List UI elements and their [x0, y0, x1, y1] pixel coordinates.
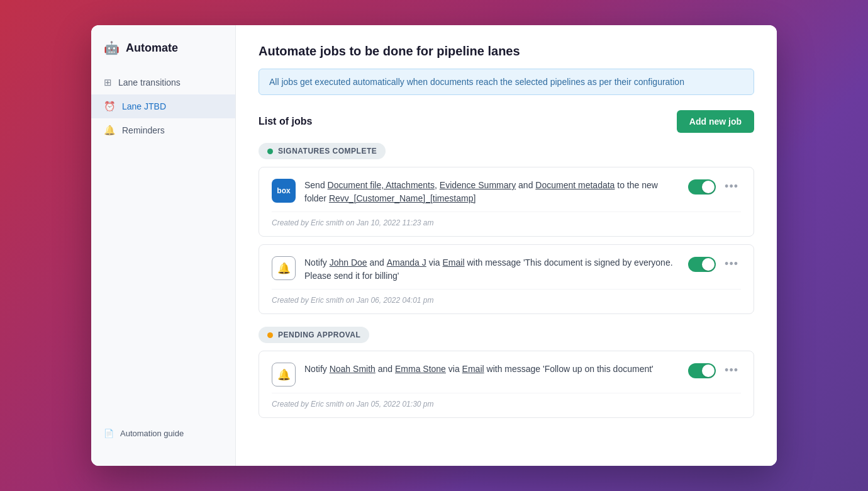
job-card-top-1: box Send Document file, Attachments, Evi…: [272, 179, 741, 205]
lane-signatures-complete: SIGNATURES COMPLETE box Send Document fi…: [259, 143, 754, 314]
lane-label-text-pending: PENDING APPROVAL: [278, 330, 360, 339]
job-toggle-3[interactable]: [688, 363, 716, 378]
link-noah-smith: Noah Smith: [330, 364, 376, 374]
lane-label-signatures: SIGNATURES COMPLETE: [259, 143, 386, 159]
sidebar-item-label: Lane JTBD: [122, 101, 166, 111]
link-john-doe: John Doe: [330, 257, 367, 268]
job-card-left-1: box Send Document file, Attachments, Evi…: [272, 179, 681, 205]
job-toggle-1[interactable]: [688, 179, 716, 195]
box-service-icon: box: [272, 179, 296, 203]
app-name: Automate: [126, 42, 178, 55]
link-folder-name: Revv_[Customer_Name]_[timestamp]: [329, 193, 476, 203]
job-card-1: box Send Document file, Attachments, Evi…: [259, 167, 754, 237]
link-document-metadata: Document metadata: [535, 180, 615, 190]
logo-icon: 🤖: [104, 40, 120, 55]
lane-dot-green: [267, 149, 273, 154]
lane-pending-approval: PENDING APPROVAL 🔔 Notify Noah Smith and…: [259, 327, 754, 418]
bell-service-icon-2: 🔔: [272, 363, 296, 387]
sidebar-footer: 📄 Automation guide: [91, 422, 235, 451]
job-card-top-2: 🔔 Notify John Doe and Amanda J via Email…: [272, 256, 741, 283]
job-card-3: 🔔 Notify Noah Smith and Emma Stone via E…: [259, 351, 754, 418]
sidebar-item-lane-jtbd[interactable]: ⏰ Lane JTBD: [91, 94, 235, 118]
link-document-file: Document file, Attachments: [328, 180, 435, 190]
job-description-1: Send Document file, Attachments, Evidenc…: [304, 179, 681, 205]
link-evidence-summary: Evidence Summary: [440, 180, 516, 190]
list-of-jobs-title: List of jobs: [259, 116, 312, 127]
sidebar-logo: 🤖 Automate: [91, 40, 235, 71]
job-actions-1: •••: [688, 179, 741, 195]
lane-label-text: SIGNATURES COMPLETE: [278, 147, 377, 155]
link-email-2: Email: [462, 364, 484, 374]
job-more-button-1[interactable]: •••: [722, 179, 741, 195]
app-window: 🤖 Automate ⊞ Lane transitions ⏰ Lane JTB…: [91, 25, 777, 466]
job-description-3: Notify Noah Smith and Emma Stone via Ema…: [304, 363, 654, 376]
sidebar: 🤖 Automate ⊞ Lane transitions ⏰ Lane JTB…: [91, 25, 236, 466]
info-banner: All jobs get executed automatically when…: [259, 69, 754, 95]
link-amanda-j: Amanda J: [387, 257, 426, 268]
job-meta-3: Created by Eric smith on Jan 05, 2022 01…: [272, 393, 741, 409]
job-actions-2: •••: [688, 256, 741, 272]
job-meta-1: Created by Eric smith on Jan 10, 2022 11…: [272, 212, 741, 227]
footer-label: Automation guide: [120, 429, 184, 438]
sidebar-item-label: Lane transitions: [118, 77, 181, 87]
page-title: Automate jobs to be done for pipeline la…: [259, 44, 754, 59]
job-more-button-3[interactable]: •••: [722, 363, 741, 378]
job-more-button-2[interactable]: •••: [722, 256, 741, 272]
job-card-left-3: 🔔 Notify Noah Smith and Emma Stone via E…: [272, 363, 681, 387]
lane-dot-orange: [267, 332, 273, 338]
job-description-2: Notify John Doe and Amanda J via Email w…: [304, 256, 681, 283]
lane-label-pending: PENDING APPROVAL: [259, 327, 369, 343]
grid-icon: ⊞: [104, 77, 112, 88]
job-meta-2: Created by Eric smith on Jan 06, 2022 04…: [272, 289, 741, 305]
bell-service-icon-1: 🔔: [272, 256, 296, 280]
job-card-top-3: 🔔 Notify Noah Smith and Emma Stone via E…: [272, 363, 741, 387]
add-new-job-button[interactable]: Add new job: [677, 110, 754, 133]
bell-nav-icon: 🔔: [104, 125, 116, 136]
job-toggle-2[interactable]: [688, 257, 716, 272]
doc-icon: 📄: [104, 429, 114, 438]
sidebar-item-reminders[interactable]: 🔔 Reminders: [91, 118, 235, 142]
main-content: Automate jobs to be done for pipeline la…: [236, 25, 777, 466]
sidebar-item-label: Reminders: [122, 125, 165, 135]
link-email-1: Email: [443, 257, 465, 268]
automation-guide-link[interactable]: 📄 Automation guide: [104, 422, 223, 444]
job-actions-3: •••: [688, 363, 741, 378]
section-header: List of jobs Add new job: [259, 110, 754, 133]
info-banner-text: All jobs get executed automatically when…: [269, 77, 684, 87]
sidebar-item-lane-transitions[interactable]: ⊞ Lane transitions: [91, 71, 235, 94]
link-emma-stone: Emma Stone: [395, 364, 446, 374]
clock-icon: ⏰: [104, 101, 116, 112]
job-card-2: 🔔 Notify John Doe and Amanda J via Email…: [259, 244, 754, 314]
job-card-left-2: 🔔 Notify John Doe and Amanda J via Email…: [272, 256, 681, 283]
